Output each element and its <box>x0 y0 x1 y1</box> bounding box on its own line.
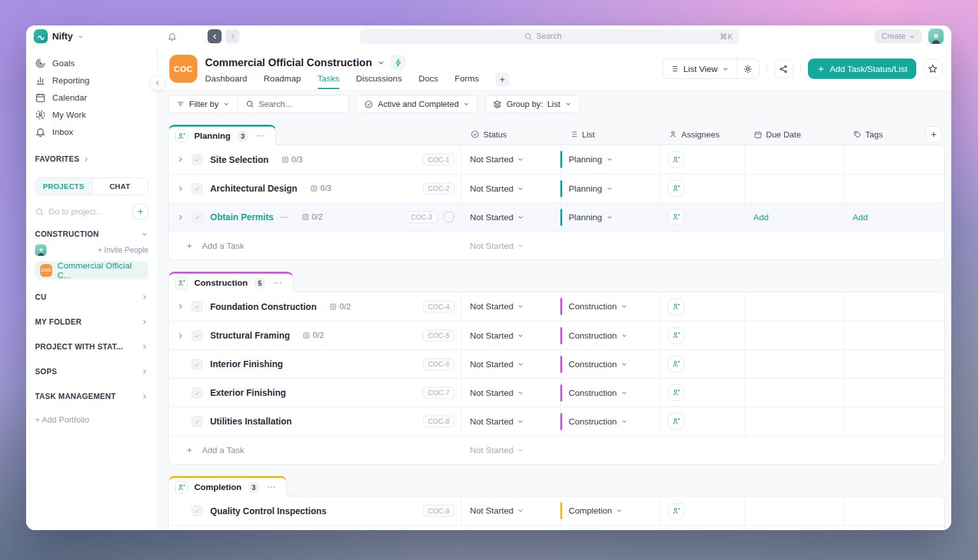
tags-cell[interactable] <box>844 321 944 349</box>
task-checkbox[interactable] <box>192 330 202 341</box>
column-header-status[interactable]: Status <box>462 130 561 139</box>
expand-chevron-icon[interactable] <box>176 332 192 340</box>
expand-chevron-icon[interactable] <box>176 213 192 221</box>
task-checkbox[interactable] <box>192 301 202 312</box>
task-name[interactable]: Interior Finishing <box>210 359 283 369</box>
tab-roadmap[interactable]: Roadmap <box>264 74 301 89</box>
list-cell[interactable]: Completion <box>560 526 659 530</box>
sidebar-item-my-work[interactable]: My Work <box>35 106 148 123</box>
tags-cell[interactable] <box>844 292 944 321</box>
chevron-down-icon[interactable] <box>377 59 385 67</box>
due-date-cell[interactable] <box>744 174 844 202</box>
tags-cell[interactable] <box>844 496 944 525</box>
sidebar-item-goals[interactable]: Goals <box>35 55 148 72</box>
due-date-cell[interactable] <box>744 350 844 378</box>
task-search-input[interactable]: Search... <box>238 99 349 109</box>
task-name[interactable]: Site Selection <box>210 155 269 165</box>
tags-cell[interactable]: Add <box>844 203 944 231</box>
list-cell[interactable]: Construction <box>560 350 659 378</box>
list-cell[interactable]: Construction <box>560 321 659 349</box>
status-cell[interactable]: Not Started <box>461 496 560 525</box>
task-checkbox[interactable] <box>192 212 202 223</box>
tab-chat[interactable]: CHAT <box>92 178 148 195</box>
add-task-row[interactable]: Add a TaskNot Started <box>169 231 944 260</box>
status-cell[interactable]: Not Started <box>461 407 560 435</box>
sidebar-collapse-button[interactable] <box>150 75 166 91</box>
user-avatar[interactable] <box>928 29 944 44</box>
tags-cell[interactable] <box>844 174 944 202</box>
tab-discussions[interactable]: Discussions <box>356 74 402 89</box>
task-row[interactable]: Structural Framing0/2COC-5Not StartedCon… <box>169 321 944 349</box>
add-assignee-button[interactable] <box>668 356 684 372</box>
add-project-button[interactable] <box>132 204 148 220</box>
list-cell[interactable]: Construction <box>560 379 659 407</box>
task-row[interactable]: Utilities InstallationCOC-8Not StartedCo… <box>169 407 944 435</box>
add-tab-button[interactable] <box>495 73 509 87</box>
tab-dashboard[interactable]: Dashboard <box>205 74 247 89</box>
group-tab-planning[interactable]: Planning3 <box>168 125 276 145</box>
due-date-cell[interactable] <box>744 407 844 435</box>
create-button[interactable]: Create <box>875 29 922 43</box>
global-search-input[interactable]: Search ⌘K <box>360 29 739 44</box>
add-assignee-button[interactable] <box>668 298 684 315</box>
task-name[interactable]: Utilities Installation <box>210 416 292 426</box>
tags-cell[interactable] <box>844 379 944 407</box>
due-date-cell[interactable] <box>744 496 844 525</box>
filter-by-button[interactable]: Filter by <box>169 99 237 109</box>
group-tab-completion[interactable]: Completion3 <box>168 476 287 496</box>
task-name[interactable]: Foundation Construction <box>210 302 316 312</box>
column-header-assignees[interactable]: Assignees <box>660 130 745 139</box>
add-assignee-button[interactable] <box>668 327 684 344</box>
timer-circle-icon[interactable] <box>443 211 455 223</box>
project-search-input[interactable]: Go to project... <box>35 207 127 216</box>
status-filter-pill[interactable]: Active and Completed <box>356 95 478 113</box>
list-cell[interactable]: Construction <box>560 292 659 321</box>
favorites-section[interactable]: FAVORITES <box>35 155 148 164</box>
group-by-pill[interactable]: Group by: List <box>485 95 579 113</box>
tags-cell[interactable] <box>844 526 944 530</box>
list-cell[interactable]: Planning <box>560 174 659 202</box>
task-row[interactable]: Quality Control InspectionsCOC-9Not Star… <box>169 496 944 525</box>
add-assignee-button[interactable] <box>668 503 684 519</box>
expand-chevron-icon[interactable] <box>176 302 192 311</box>
task-menu-dots-icon[interactable] <box>280 213 289 222</box>
task-row[interactable]: Final WalkthroughCOC-10Not StartedComple… <box>169 525 944 530</box>
due-date-cell[interactable] <box>744 145 844 174</box>
tab-projects[interactable]: PROJECTS <box>36 178 92 195</box>
add-assignee-button[interactable] <box>668 209 684 225</box>
task-checkbox[interactable] <box>192 505 202 516</box>
tab-forms[interactable]: Forms <box>455 74 479 89</box>
task-row[interactable]: Site Selection0/3COC-1Not StartedPlannin… <box>169 145 944 174</box>
add-assignee-button[interactable] <box>668 384 684 401</box>
task-name[interactable]: Architectural Design <box>210 183 297 193</box>
task-name[interactable]: Exterior Finishing <box>210 388 286 398</box>
sidebar-item-calendar[interactable]: Calendar <box>35 89 148 106</box>
group-menu-dots-icon[interactable] <box>273 278 283 288</box>
add-task-button[interactable]: Add a Task <box>176 445 244 455</box>
add-due-date-link[interactable]: Add <box>753 213 769 222</box>
add-task-status-list-button[interactable]: Add Task/Status/List <box>808 59 916 79</box>
due-date-cell[interactable] <box>744 321 844 349</box>
column-header-due-date[interactable]: Due Date <box>745 130 844 139</box>
tags-cell[interactable] <box>844 145 944 174</box>
assign-group-icon[interactable] <box>175 277 188 290</box>
add-tags-link[interactable]: Add <box>853 213 868 222</box>
task-row[interactable]: Exterior FinishingCOC-7Not StartedConstr… <box>169 378 944 407</box>
status-cell[interactable]: Not Started <box>461 292 560 321</box>
task-checkbox[interactable] <box>192 359 202 370</box>
tab-docs[interactable]: Docs <box>418 74 438 89</box>
status-cell[interactable]: Not Started <box>461 321 560 349</box>
portfolio-task-management[interactable]: TASK MANAGEMENT <box>35 384 148 409</box>
status-cell[interactable]: Not Started <box>461 145 560 174</box>
task-row[interactable]: Architectural Design0/3COC-2Not StartedP… <box>169 174 944 202</box>
status-cell[interactable]: Not Started <box>461 526 560 530</box>
tags-cell[interactable] <box>844 350 944 378</box>
task-checkbox[interactable] <box>192 388 202 398</box>
group-tab-construction[interactable]: Construction5 <box>168 272 294 292</box>
app-logo[interactable]: Nifty <box>34 29 159 43</box>
task-name[interactable]: Obtain Permits <box>210 212 274 222</box>
task-row[interactable]: Interior FinishingCOC-6Not StartedConstr… <box>169 349 944 378</box>
task-checkbox[interactable] <box>192 416 202 427</box>
list-cell[interactable]: Planning <box>560 145 659 174</box>
add-column-button[interactable] <box>925 126 942 143</box>
